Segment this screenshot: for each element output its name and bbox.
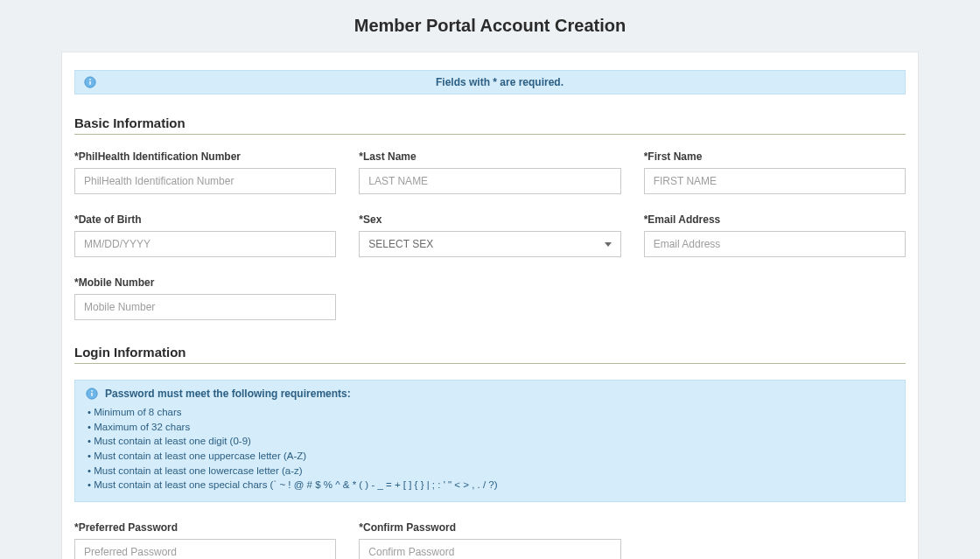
section-rule [74,363,906,364]
label-first-name: *First Name [644,150,906,163]
svg-point-2 [89,79,91,80]
label-email: *Email Address [644,213,906,226]
password-requirement-item: Must contain at least one lowercase lett… [88,464,894,479]
preferred-password-input[interactable] [74,539,336,559]
field-group-pin: *PhilHealth Identification Number [74,150,336,194]
required-fields-text: Fields with * are required. [103,76,896,88]
sex-select[interactable]: SELECT SEX [359,231,620,257]
password-requirement-item: Must contain at least one special chars … [88,478,894,493]
basic-info-grid: *PhilHealth Identification Number *Last … [74,150,906,320]
password-requirements-list: Minimum of 8 chars Maximum of 32 chars M… [86,405,894,493]
first-name-input[interactable] [644,168,906,194]
label-sex: *Sex [359,213,620,226]
password-requirements-box: Password must meet the following require… [74,380,906,502]
field-group-first-name: *First Name [644,150,906,194]
info-icon [84,76,96,88]
field-group-last-name: *Last Name [359,150,620,194]
password-requirements-heading-text: Password must meet the following require… [105,388,351,400]
form-card: Fields with * are required. Basic Inform… [61,52,919,559]
password-requirement-item: Maximum of 32 chars [88,420,894,435]
page-title: Member Portal Account Creation [0,16,980,36]
info-icon [86,388,98,400]
svg-point-5 [91,390,93,392]
section-title-login: Login Information [74,345,906,360]
last-name-input[interactable] [359,168,620,194]
section-title-basic: Basic Information [74,115,906,130]
field-group-preferred-password: *Preferred Password [74,521,336,559]
password-requirement-item: Minimum of 8 chars [88,405,894,420]
required-fields-notice: Fields with * are required. [74,70,906,94]
dob-input[interactable] [74,231,336,257]
password-requirement-item: Must contain at least one uppercase lett… [88,449,894,464]
label-mobile: *Mobile Number [74,276,336,289]
label-confirm-password: *Confirm Password [359,521,620,534]
label-pin: *PhilHealth Identification Number [74,150,336,163]
field-group-dob: *Date of Birth [74,213,336,257]
label-preferred-password: *Preferred Password [74,521,336,534]
password-requirements-header: Password must meet the following require… [86,388,894,400]
confirm-password-input[interactable] [359,539,620,559]
sex-select-value: SELECT SEX [368,238,433,250]
mobile-input[interactable] [74,294,336,320]
label-dob: *Date of Birth [74,213,336,226]
svg-rect-1 [89,81,90,85]
login-info-grid: *Preferred Password *Confirm Password [74,521,906,559]
field-group-mobile: *Mobile Number [74,276,336,320]
svg-rect-4 [91,393,92,396]
email-input[interactable] [644,231,906,257]
field-group-email: *Email Address [644,213,906,257]
label-last-name: *Last Name [359,150,620,163]
password-requirement-item: Must contain at least one digit (0-9) [88,434,894,449]
field-group-sex: *Sex SELECT SEX [359,213,620,257]
section-rule [74,134,906,135]
empty-cell [644,521,906,559]
chevron-down-icon [605,242,612,247]
field-group-confirm-password: *Confirm Password [359,521,620,559]
page: Member Portal Account Creation Fields wi… [0,16,980,559]
pin-input[interactable] [74,168,336,194]
